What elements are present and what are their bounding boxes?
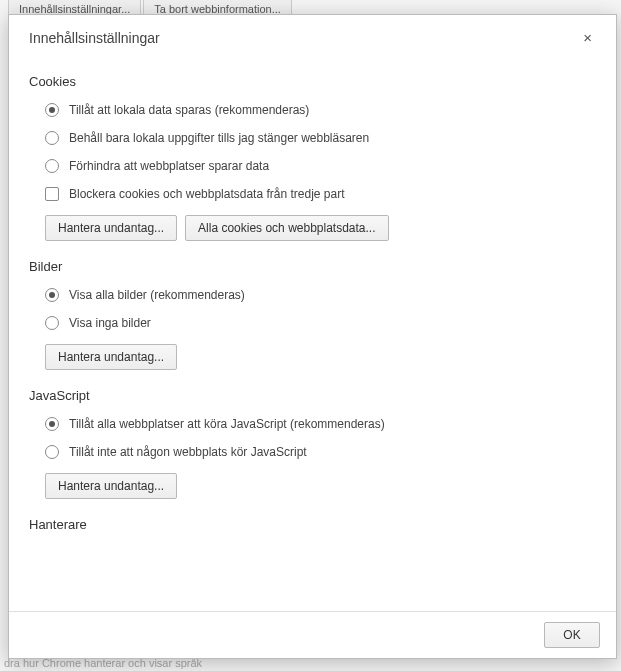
checkbox-icon[interactable] [45, 187, 59, 201]
images-exceptions-button[interactable]: Hantera undantag... [45, 344, 177, 370]
cookies-option-allow-label: Tillåt att lokala data sparas (rekommend… [69, 103, 309, 117]
js-option-allow-label: Tillåt alla webbplatser att köra JavaScr… [69, 417, 385, 431]
radio-icon[interactable] [45, 159, 59, 173]
images-option-hide[interactable]: Visa inga bilder [45, 316, 596, 330]
cookies-option-session[interactable]: Behåll bara lokala uppgifter tills jag s… [45, 131, 596, 145]
cookies-option-session-label: Behåll bara lokala uppgifter tills jag s… [69, 131, 369, 145]
js-exceptions-button[interactable]: Hantera undantag... [45, 473, 177, 499]
section-javascript: JavaScript Tillåt alla webbplatser att k… [29, 388, 596, 499]
radio-icon[interactable] [45, 131, 59, 145]
dialog-body[interactable]: Cookies Tillåt att lokala data sparas (r… [9, 56, 616, 611]
cookies-option-allow[interactable]: Tillåt att lokala data sparas (rekommend… [45, 103, 596, 117]
dialog-title: Innehållsinställningar [29, 30, 160, 46]
section-javascript-title: JavaScript [29, 388, 596, 403]
cookies-exceptions-button[interactable]: Hantera undantag... [45, 215, 177, 241]
radio-icon[interactable] [45, 288, 59, 302]
radio-icon[interactable] [45, 103, 59, 117]
cookies-option-block-label: Förhindra att webbplatser sparar data [69, 159, 269, 173]
radio-icon[interactable] [45, 316, 59, 330]
section-cookies-title: Cookies [29, 74, 596, 89]
images-option-show-label: Visa alla bilder (rekommenderas) [69, 288, 245, 302]
cookies-option-block[interactable]: Förhindra att webbplatser sparar data [45, 159, 596, 173]
dialog-header: Innehållsinställningar × [9, 15, 616, 56]
section-images-title: Bilder [29, 259, 596, 274]
cookies-block-thirdparty-label: Blockera cookies och webbplatsdata från … [69, 187, 345, 201]
cookies-block-thirdparty[interactable]: Blockera cookies och webbplatsdata från … [45, 187, 596, 201]
content-settings-dialog: Innehållsinställningar × Cookies Tillåt … [8, 14, 617, 659]
images-option-hide-label: Visa inga bilder [69, 316, 151, 330]
close-icon[interactable]: × [579, 29, 596, 46]
images-option-show[interactable]: Visa alla bilder (rekommenderas) [45, 288, 596, 302]
section-handlers: Hanterare [29, 517, 596, 532]
js-option-block-label: Tillåt inte att någon webbplats kör Java… [69, 445, 307, 459]
section-handlers-title: Hanterare [29, 517, 596, 532]
cookies-all-data-button[interactable]: Alla cookies och webbplatsdata... [185, 215, 388, 241]
ok-button[interactable]: OK [544, 622, 600, 648]
dialog-footer: OK [9, 611, 616, 658]
section-cookies: Cookies Tillåt att lokala data sparas (r… [29, 74, 596, 241]
radio-icon[interactable] [45, 417, 59, 431]
js-option-block[interactable]: Tillåt inte att någon webbplats kör Java… [45, 445, 596, 459]
section-images: Bilder Visa alla bilder (rekommenderas) … [29, 259, 596, 370]
radio-icon[interactable] [45, 445, 59, 459]
js-option-allow[interactable]: Tillåt alla webbplatser att köra JavaScr… [45, 417, 596, 431]
